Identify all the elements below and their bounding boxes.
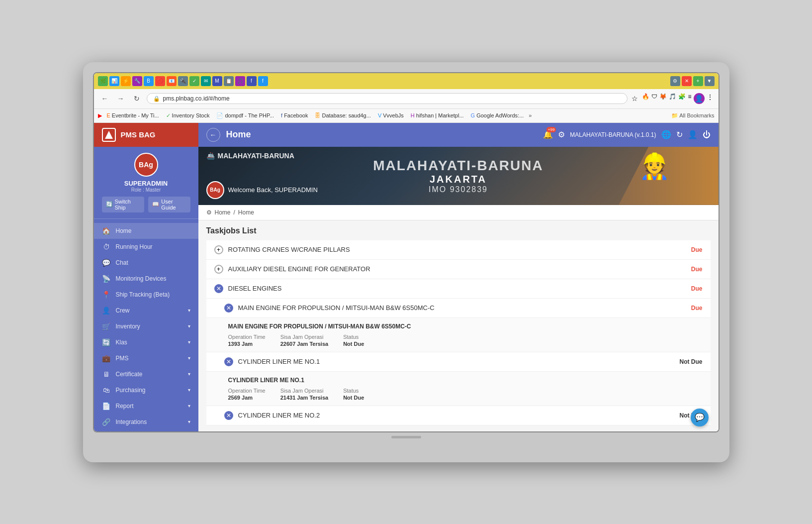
task-toggle-1[interactable]: +	[214, 245, 223, 254]
ext-icon-9: ✓	[189, 76, 199, 86]
breadcrumb-home[interactable]: Home	[215, 209, 231, 216]
lock-icon: 🔒	[153, 96, 160, 102]
sidebar-nav: 🏠 Home ⏱ Running Hour 💬 Chat 📡 Monitorin…	[94, 219, 198, 431]
task-detail-row-5: Operation Time 2569 Jam Sisa Jam Operasi…	[228, 388, 703, 401]
facebook-icon: f	[281, 112, 282, 118]
bookmark-google-adwords[interactable]: G Google AdWords:...	[469, 112, 526, 119]
worker-emoji: 👷	[639, 152, 670, 181]
sidebar-brand: PMS BAG	[121, 130, 156, 139]
fab-button[interactable]: 💬	[691, 409, 709, 426]
nav-crew[interactable]: 👤 Crew ▾	[94, 303, 198, 318]
forward-button[interactable]: →	[115, 93, 127, 105]
top-header: ← Home 🔔 +99 ⚙ MALAHAYATI-BARUNA (v.1.0.…	[198, 123, 719, 147]
ext-close[interactable]: ✕	[682, 76, 692, 86]
breadcrumb: ⚙ Home / Home	[198, 205, 719, 220]
breadcrumb-current: Home	[238, 209, 254, 216]
main-content: 🚢 MALAHAYATI-BARUNA MALAHAYATI-BARUNA JA…	[198, 147, 719, 431]
nav-purchasing[interactable]: 🛍 Purchasing ▾	[94, 382, 198, 398]
tracking-icon: 📍	[102, 291, 111, 299]
nav-klas[interactable]: 🔄 Klas ▾	[94, 334, 198, 350]
user-name: SUPERADMIN	[124, 180, 168, 187]
task-name-1: ROTATING CRANES W/CRANE PILLARS	[228, 246, 686, 253]
switch-icon: 🔄	[106, 201, 113, 208]
nav-ship-tracking[interactable]: 📍 Ship Tracking (Beta)	[94, 287, 198, 303]
nav-report[interactable]: 📄 Report ▾	[94, 398, 198, 414]
nav-integrations[interactable]: 🔗 Integrations ▾	[94, 414, 198, 430]
hero-ship-name: 🚢 MALAHAYATI-BARUNA	[206, 152, 294, 160]
hifshan-icon: H	[411, 112, 415, 118]
reload-button[interactable]: ↻	[131, 93, 143, 105]
task-item-4: ✕ MAIN ENGINE FOR PROPULSION / MITSUI-MA…	[206, 299, 711, 318]
home-icon: 🏠	[102, 227, 111, 235]
nav-chat[interactable]: 💬 Chat	[94, 255, 198, 271]
nav-pms[interactable]: 💼 PMS ▾	[94, 350, 198, 366]
power-icon[interactable]: ⏻	[703, 130, 711, 139]
task-name-2: AUXILIARY DIESEL ENGINE FOR GENERATOR	[228, 265, 686, 273]
task-toggle-3[interactable]: ✕	[214, 284, 223, 293]
task-toggle-5[interactable]: ✕	[224, 357, 233, 366]
task-name-6: CYLINDER LINER ME NO.2	[238, 412, 675, 419]
bookmark-vvvebjs[interactable]: V VvvebJs	[376, 112, 406, 119]
settings-icon[interactable]: ⚙	[558, 130, 565, 139]
task-name-5: CYLINDER LINER ME NO.1	[238, 358, 675, 365]
hero-imo: IMO 9302839	[373, 185, 543, 194]
task-detail-title-4: MAIN ENGINE FOR PROPULSION / MITSUI-MAN …	[228, 323, 703, 330]
page-title: Home	[226, 129, 543, 140]
nav-home[interactable]: 🏠 Home	[94, 223, 198, 239]
purchasing-icon: 🛍	[102, 386, 111, 394]
bookmark-facebook[interactable]: f Facebook	[279, 112, 310, 119]
bookmark-hifshan[interactable]: H hifshan | Marketpl...	[409, 112, 466, 119]
switch-ship-btn[interactable]: 🔄 Switch Ship	[102, 197, 145, 212]
ext-icon-15: f	[258, 76, 268, 86]
sidebar-actions: 🔄 Switch Ship 📖 User Guide	[102, 197, 190, 212]
sidebar: PMS BAG BAg SUPERADMIN Role : Master 🔄 S…	[94, 123, 198, 431]
ext-mini-2: 🛡	[651, 93, 657, 104]
pms-logo-icon	[104, 130, 114, 140]
all-bookmarks[interactable]: 📁 All Bookmarks	[671, 112, 715, 119]
bookmark-database[interactable]: 🗄 Database: saud4g...	[313, 112, 372, 119]
integrations-arrow: ▾	[188, 419, 190, 424]
refresh-icon[interactable]: ↻	[676, 130, 683, 139]
main-area: ← Home 🔔 +99 ⚙ MALAHAYATI-BARUNA (v.1.0.…	[198, 123, 719, 431]
breadcrumb-sep: /	[234, 209, 235, 216]
header-actions: 🔔 +99 ⚙ MALAHAYATI-BARUNA (v.1.0.1) 🌐 ↻ …	[543, 130, 710, 139]
ext-mini-3: 🦊	[659, 93, 667, 104]
user-profile-icon[interactable]: 👤	[688, 130, 698, 139]
header-back-btn[interactable]: ←	[206, 128, 220, 142]
back-button[interactable]: ←	[99, 93, 111, 105]
url-bar[interactable]: 🔒 pms.plnbag.co.id/#/home	[147, 93, 628, 104]
ext-icon-right: ⚙	[670, 76, 680, 86]
translate-icon[interactable]: 🌐	[661, 130, 671, 139]
bookmark-inventory[interactable]: ✓ Inventory Stock	[164, 112, 212, 119]
inventory-icon: ✓	[166, 112, 171, 119]
certificate-arrow: ▾	[188, 371, 190, 377]
profile-icon[interactable]: 👤	[694, 93, 705, 104]
ext-icon-1: 🌿	[98, 76, 108, 86]
bookmark-yt[interactable]: ▶	[98, 112, 102, 119]
task-toggle-2[interactable]: +	[214, 265, 223, 274]
ext-icon-11: M	[212, 76, 222, 86]
bookmarks-more[interactable]: »	[529, 112, 532, 118]
nav-inventory[interactable]: 🛒 Inventory ▾	[94, 318, 198, 334]
ext-icon-4: 🔧	[132, 76, 142, 86]
bookmark-dompdf[interactable]: 📄 dompdf - The PHP...	[214, 112, 276, 119]
task-status-2: Due	[691, 266, 703, 273]
ext-menu[interactable]: ▼	[705, 76, 715, 86]
task-toggle-4[interactable]: ✕	[224, 304, 233, 313]
nav-monitoring[interactable]: 📡 Monitoring Devices	[94, 271, 198, 287]
monitoring-icon: 📡	[102, 275, 111, 283]
task-item-1: + ROTATING CRANES W/CRANE PILLARS Due	[206, 240, 711, 260]
task-toggle-6[interactable]: ✕	[224, 411, 233, 420]
ext-icon-5: B	[144, 76, 154, 86]
nav-running-hour[interactable]: ⏱ Running Hour	[94, 239, 198, 255]
taskjobs-title: Taskjobs List	[206, 226, 711, 235]
ext-icon-6: 🚫	[155, 76, 165, 86]
bookmark-star[interactable]: ☆	[632, 95, 638, 103]
nav-certificate[interactable]: 🖥 Certificate ▾	[94, 366, 198, 382]
user-guide-btn[interactable]: 📖 User Guide	[148, 197, 190, 212]
bookmark-eventbrite[interactable]: E Eventbrite - My Ti...	[105, 112, 161, 119]
ext-add[interactable]: +	[693, 76, 703, 86]
nav-administration[interactable]: 👥 Administration ▾	[94, 430, 198, 431]
ext-icon-3: ⚡	[121, 76, 131, 86]
menu-dots[interactable]: ⋮	[707, 93, 714, 104]
